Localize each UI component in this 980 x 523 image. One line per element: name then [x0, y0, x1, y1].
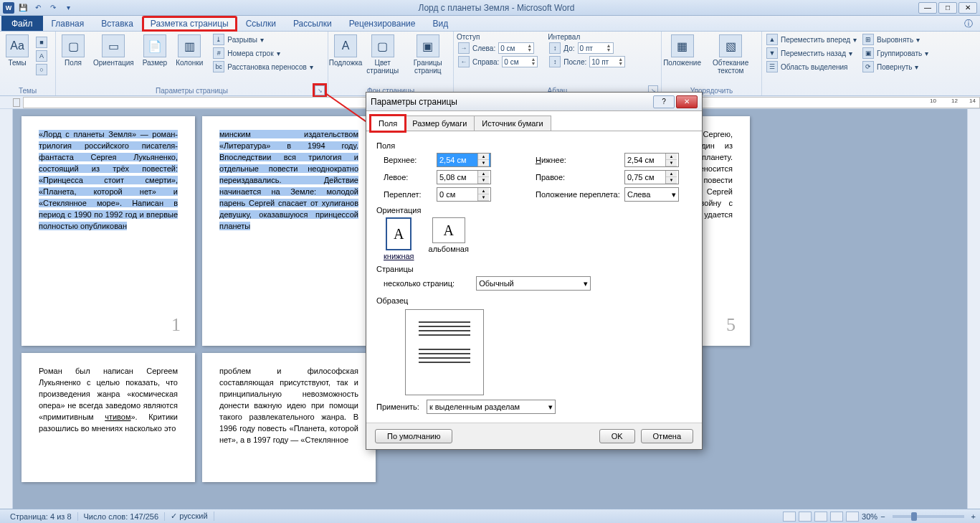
- hyphenation-button[interactable]: bcРасстановка переносов ▾: [211, 60, 314, 73]
- default-button[interactable]: По умолчанию: [375, 429, 452, 443]
- landscape-label: альбомная: [429, 245, 469, 253]
- selection-pane-icon: ☰: [766, 61, 778, 72]
- undo-button[interactable]: ↶: [32, 1, 44, 14]
- bring-forward-button[interactable]: ▲Переместить вперед ▾: [765, 33, 858, 46]
- multi-pages-select[interactable]: Обычный▾: [476, 276, 591, 291]
- indent-right-input[interactable]: 0 см▲▼: [502, 56, 538, 67]
- vertical-scrollbar[interactable]: [967, 109, 980, 509]
- status-language[interactable]: ✓ русский: [165, 512, 214, 521]
- save-button[interactable]: 💾: [16, 1, 29, 14]
- tab-view[interactable]: Вид: [424, 16, 457, 31]
- page-setup-launcher[interactable]: ↘: [315, 85, 325, 95]
- spacing-after-input[interactable]: 10 пт▲▼: [589, 56, 625, 67]
- themes-button[interactable]: Aa Темы: [3, 33, 32, 68]
- ruler-mark: 12: [951, 98, 958, 104]
- portrait-label: книжная: [384, 252, 414, 260]
- watermark-label: Подложка: [329, 59, 363, 67]
- page-color-button[interactable]: ▢Цвет страницы: [363, 33, 402, 76]
- zoom-out-button[interactable]: −: [880, 512, 885, 521]
- document-page[interactable]: проблем и философская составляющая прису…: [202, 353, 376, 482]
- tab-insert[interactable]: Вставка: [92, 16, 142, 31]
- breaks-button[interactable]: ⤓Разрывы ▾: [211, 33, 314, 46]
- zoom-slider[interactable]: [893, 515, 964, 518]
- file-tab[interactable]: Файл: [1, 16, 43, 31]
- pages-section-label: Страницы: [376, 265, 692, 273]
- close-button[interactable]: ✕: [958, 2, 977, 14]
- position-icon: ▦: [671, 34, 694, 57]
- theme-colors-icon[interactable]: ■: [36, 37, 47, 48]
- status-page[interactable]: Страница: 4 из 8: [4, 512, 78, 521]
- view-print-layout[interactable]: [783, 512, 796, 522]
- rotate-label: Повернуть: [877, 63, 912, 71]
- ok-button[interactable]: OK: [599, 429, 635, 443]
- left-margin-input[interactable]: ▲▼: [437, 170, 491, 184]
- selection-pane-button[interactable]: ☰Область выделения: [765, 60, 858, 73]
- top-margin-label: Верхнее:: [384, 156, 434, 164]
- align-button[interactable]: ⊞Выровнять ▾: [861, 33, 930, 46]
- send-backward-button[interactable]: ▼Переместить назад ▾: [765, 47, 858, 60]
- dialog-tab-source[interactable]: Источник бумаги: [474, 116, 551, 131]
- dialog-help-button[interactable]: ?: [653, 95, 675, 108]
- page-borders-button[interactable]: ▣Границы страниц: [405, 33, 450, 76]
- maximize-button[interactable]: □: [938, 2, 957, 14]
- portrait-icon: A: [386, 217, 411, 250]
- view-full-screen[interactable]: [799, 512, 812, 522]
- document-page[interactable]: Роман был написан Сергеем Лукьяненко с ц…: [22, 353, 195, 482]
- multi-pages-label: несколько страниц:: [384, 279, 455, 288]
- theme-effects-icon[interactable]: ○: [36, 64, 47, 75]
- orientation-icon: ▭: [102, 34, 125, 57]
- watermark-button[interactable]: AПодложка: [331, 33, 360, 68]
- ribbon-help-icon[interactable]: ⓘ: [957, 16, 980, 31]
- top-margin-input[interactable]: ▲▼: [437, 153, 491, 167]
- tab-home[interactable]: Главная: [43, 16, 93, 31]
- line-numbers-button[interactable]: #Номера строк ▾: [211, 47, 314, 60]
- position-button[interactable]: ▦Положение: [665, 33, 700, 68]
- columns-button[interactable]: ▥Колонки: [173, 33, 206, 68]
- zoom-in-button[interactable]: +: [971, 512, 976, 521]
- bottom-margin-input[interactable]: ▲▼: [624, 153, 679, 167]
- orientation-landscape[interactable]: Aальбомная: [429, 217, 469, 260]
- tab-references[interactable]: Ссылки: [237, 16, 285, 31]
- gutter-pos-label: Положение переплета:: [536, 190, 622, 199]
- size-button[interactable]: 📄Размер: [140, 33, 170, 68]
- rotate-icon: ⟳: [862, 61, 874, 72]
- view-draft[interactable]: [846, 512, 859, 522]
- margins-icon: ▢: [62, 34, 85, 57]
- hyphenation-label: Расстановка переносов: [227, 63, 306, 71]
- document-page[interactable]: «Лорд с планеты Земля» — роман-трилогия …: [22, 116, 195, 346]
- gutter-input[interactable]: ▲▼: [437, 187, 491, 202]
- dialog-close-button[interactable]: ✕: [676, 95, 698, 108]
- spacing-before-input[interactable]: 0 пт▲▼: [578, 42, 614, 54]
- dialog-tab-paper[interactable]: Размер бумаги: [404, 116, 475, 131]
- group-button[interactable]: ▣Группировать ▾: [861, 47, 930, 60]
- view-web[interactable]: [814, 512, 827, 522]
- group-label: Группировать: [877, 50, 922, 57]
- apply-to-select[interactable]: к выделенным разделам▾: [427, 400, 556, 414]
- spacing-after-label: После:: [563, 58, 586, 66]
- theme-fonts-icon[interactable]: A: [36, 50, 47, 62]
- right-margin-input[interactable]: ▲▼: [624, 170, 679, 184]
- dialog-tab-margins[interactable]: Поля: [371, 116, 405, 131]
- align-icon: ⊞: [862, 34, 874, 45]
- minimize-button[interactable]: —: [918, 2, 937, 14]
- tab-mailings[interactable]: Рассылки: [285, 16, 341, 31]
- orientation-portrait[interactable]: Aкнижная: [384, 217, 414, 260]
- rotate-button[interactable]: ⟳Повернуть ▾: [861, 60, 930, 73]
- tab-page-layout[interactable]: Разметка страницы: [142, 16, 237, 32]
- orientation-button[interactable]: ▭Ориентация: [90, 33, 137, 68]
- cancel-button[interactable]: Отмена: [641, 429, 693, 443]
- view-outline[interactable]: [830, 512, 843, 522]
- qat-customize[interactable]: ▾: [62, 1, 75, 14]
- indent-left-input[interactable]: 0 см▲▼: [498, 42, 534, 54]
- gutter-pos-select[interactable]: Слева▾: [624, 187, 679, 202]
- status-word-count[interactable]: Число слов: 147/256: [78, 512, 166, 521]
- tab-review[interactable]: Рецензирование: [341, 16, 424, 31]
- redo-button[interactable]: ↷: [47, 1, 60, 14]
- margins-button[interactable]: ▢Поля: [59, 33, 87, 68]
- zoom-level[interactable]: 30%: [862, 512, 877, 521]
- wrap-button[interactable]: ▧Обтекание текстом: [703, 33, 758, 76]
- document-page[interactable]: минским издательством «Литература» в 199…: [202, 116, 376, 346]
- indent-left-label: Слева:: [472, 44, 495, 52]
- tab-selector[interactable]: [13, 98, 20, 107]
- vertical-ruler[interactable]: [0, 109, 13, 509]
